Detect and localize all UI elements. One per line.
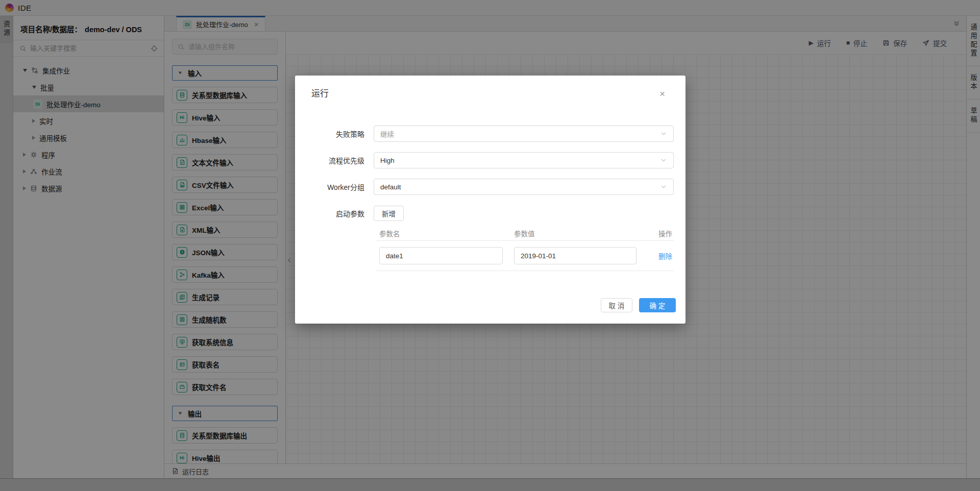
field-label-failure-strategy: 失败策略 bbox=[295, 129, 364, 139]
dialog-title: 运行 bbox=[311, 88, 669, 100]
select-value: default bbox=[380, 183, 660, 191]
cancel-button[interactable]: 取 消 bbox=[601, 298, 632, 312]
run-dialog: 运行 × 失败策略 继续 流程优先级 High bbox=[295, 76, 685, 324]
select-value: High bbox=[380, 157, 660, 164]
delete-param-link[interactable]: 删除 bbox=[658, 253, 672, 260]
param-value-input[interactable] bbox=[514, 247, 636, 264]
failure-strategy-select[interactable]: 继续 bbox=[374, 126, 674, 142]
close-icon[interactable]: × bbox=[659, 89, 665, 99]
app-window: IDE 资源 项目名称/数据层：demo-dev / ODS 集成 bbox=[0, 0, 980, 491]
column-header-param-value: 参数值 bbox=[511, 228, 645, 238]
field-label-worker-group: Worker分组 bbox=[295, 182, 364, 192]
column-header-param-name: 参数名 bbox=[376, 228, 511, 238]
worker-group-select[interactable]: default bbox=[374, 179, 674, 195]
select-value: 继续 bbox=[380, 129, 660, 139]
column-header-actions: 操作 bbox=[645, 228, 674, 238]
ok-button[interactable]: 确 定 bbox=[639, 298, 676, 312]
field-label-priority: 流程优先级 bbox=[295, 155, 364, 165]
add-param-button[interactable]: 新增 bbox=[374, 206, 404, 221]
param-name-input[interactable] bbox=[379, 247, 503, 264]
chevron-down-icon bbox=[660, 157, 667, 164]
chevron-down-icon bbox=[660, 183, 667, 190]
chevron-down-icon bbox=[660, 130, 667, 137]
params-table: 参数名 参数值 操作 删除 bbox=[376, 226, 674, 271]
priority-select[interactable]: High bbox=[374, 152, 674, 168]
field-label-startup-params: 启动参数 bbox=[295, 208, 364, 218]
param-row: 删除 bbox=[376, 241, 674, 271]
